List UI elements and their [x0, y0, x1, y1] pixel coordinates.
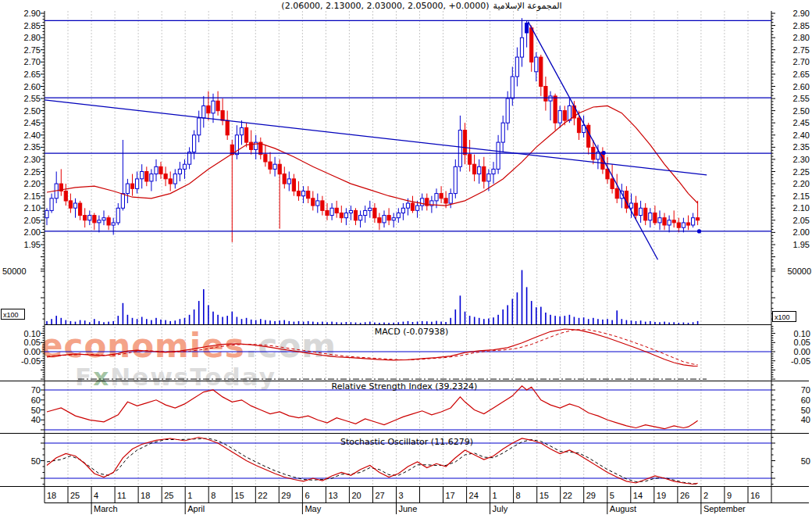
frame-layer [0, 11, 809, 487]
svg-text:-0.05: -0.05 [791, 356, 810, 366]
svg-text:8: 8 [516, 491, 521, 500]
svg-text:20: 20 [351, 491, 361, 500]
svg-text:60: 60 [31, 395, 41, 405]
svg-text:0.00: 0.00 [794, 347, 810, 356]
price-axis-right: 1.952.002.052.102.152.202.252.302.352.40… [771, 9, 810, 269]
svg-text:70: 70 [801, 385, 810, 395]
svg-text:2.70: 2.70 [793, 57, 810, 66]
svg-text:2.40: 2.40 [793, 131, 810, 140]
rsi-level-lines [45, 390, 771, 430]
watermark-economies: economies.com [41, 327, 337, 365]
svg-text:July: July [493, 504, 508, 513]
svg-text:x100: x100 [3, 311, 19, 319]
svg-text:2.85: 2.85 [793, 21, 810, 30]
svg-text:4: 4 [94, 491, 98, 500]
svg-text:2.20: 2.20 [793, 179, 810, 188]
price-axis-left: 1.952.002.052.102.152.202.252.302.352.40… [24, 9, 45, 269]
svg-text:0.10: 0.10 [24, 329, 41, 338]
svg-text:13: 13 [328, 491, 337, 500]
svg-text:18: 18 [47, 491, 56, 500]
svg-text:2.55: 2.55 [24, 94, 41, 103]
macd-axis-right: 0.100.050.00-0.05 [771, 327, 810, 379]
svg-text:25: 25 [164, 491, 173, 500]
svg-text:1.95: 1.95 [24, 240, 41, 249]
rsi-line [47, 386, 698, 429]
svg-text:2.00: 2.00 [24, 227, 41, 237]
svg-text:x100: x100 [775, 313, 790, 321]
svg-text:14: 14 [633, 491, 643, 500]
svg-text:22: 22 [258, 491, 267, 500]
svg-text:2.50: 2.50 [793, 106, 810, 116]
svg-text:50: 50 [31, 406, 41, 415]
svg-text:-0.05: -0.05 [21, 356, 41, 366]
volume-multiplier-right: x100 [773, 312, 796, 322]
svg-text:0.10: 0.10 [794, 329, 810, 338]
svg-text:27: 27 [376, 491, 385, 500]
rsi-axis-right: 70605040 [771, 385, 810, 430]
svg-text:2.45: 2.45 [793, 118, 810, 127]
svg-text:2.35: 2.35 [793, 142, 810, 152]
svg-text:2.90: 2.90 [793, 9, 810, 18]
svg-text:0.05: 0.05 [24, 338, 41, 347]
svg-text:17: 17 [446, 491, 455, 500]
svg-text:15: 15 [540, 491, 549, 500]
svg-text:June: June [399, 504, 418, 513]
svg-text:2.80: 2.80 [793, 33, 810, 42]
svg-text:0.05: 0.05 [794, 338, 810, 347]
svg-text:2.20: 2.20 [24, 179, 41, 188]
svg-text:2.10: 2.10 [793, 203, 810, 213]
svg-text:2.05: 2.05 [24, 216, 41, 225]
svg-text:2.40: 2.40 [24, 131, 41, 140]
svg-text:16: 16 [750, 491, 760, 500]
svg-text:2: 2 [703, 491, 708, 500]
stoch-axis-right: 50 [771, 438, 810, 485]
svg-text:2.65: 2.65 [24, 70, 41, 79]
volume-bars [46, 270, 698, 324]
svg-text:29: 29 [586, 491, 596, 500]
moving-average-line [47, 106, 698, 206]
stock-chart-canvas[interactable]: economies.com FxNewsToday 1.952.002.052.… [0, 0, 812, 515]
volume-panel [46, 270, 698, 324]
candlestick-layer [45, 18, 700, 242]
svg-text:April: April [187, 504, 205, 513]
svg-text:50: 50 [31, 456, 41, 466]
svg-text:2.80: 2.80 [24, 33, 41, 42]
svg-text:40: 40 [31, 415, 41, 424]
stoch-axis-left: 50 [31, 438, 45, 485]
svg-text:2.10: 2.10 [24, 203, 41, 213]
svg-text:September: September [703, 504, 746, 513]
svg-text:6: 6 [304, 491, 309, 500]
svg-text:2.00: 2.00 [793, 227, 810, 237]
svg-text:11: 11 [117, 491, 126, 500]
rsi-panel [45, 386, 771, 430]
date-axis: 1825411182518152229613202731724181522295… [45, 487, 809, 515]
svg-text:2.35: 2.35 [24, 142, 41, 152]
svg-text:2.60: 2.60 [24, 82, 41, 91]
svg-text:1: 1 [493, 491, 497, 500]
svg-text:August: August [610, 504, 636, 513]
price-panel[interactable] [45, 18, 771, 259]
svg-text:2.75: 2.75 [24, 45, 41, 55]
svg-text:3: 3 [399, 491, 404, 500]
svg-text:50000: 50000 [787, 266, 811, 276]
svg-text:2.05: 2.05 [793, 216, 810, 225]
svg-text:2.15: 2.15 [793, 191, 810, 201]
svg-text:2.30: 2.30 [24, 155, 41, 164]
svg-text:50000: 50000 [2, 266, 27, 276]
svg-text:2.55: 2.55 [793, 94, 810, 103]
svg-text:18: 18 [141, 491, 150, 500]
svg-text:22: 22 [563, 491, 572, 500]
svg-text:2.85: 2.85 [24, 21, 41, 30]
svg-text:2.45: 2.45 [24, 118, 41, 127]
svg-text:0.00: 0.00 [24, 347, 41, 356]
svg-text:May: May [304, 504, 321, 513]
macd-title: MACD (-0.07938) [375, 327, 449, 337]
svg-text:2.30: 2.30 [793, 155, 810, 164]
svg-text:2.60: 2.60 [793, 82, 810, 91]
svg-text:2.25: 2.25 [24, 167, 41, 177]
volume-multiplier-left: x100 [2, 309, 25, 320]
rsi-title: Relative Strength Index (39.2324) [332, 381, 478, 392]
svg-text:60: 60 [801, 395, 810, 405]
grid-layer [68, 11, 748, 486]
chart-window: economies.com FxNewsToday 1.952.002.052.… [0, 0, 812, 515]
